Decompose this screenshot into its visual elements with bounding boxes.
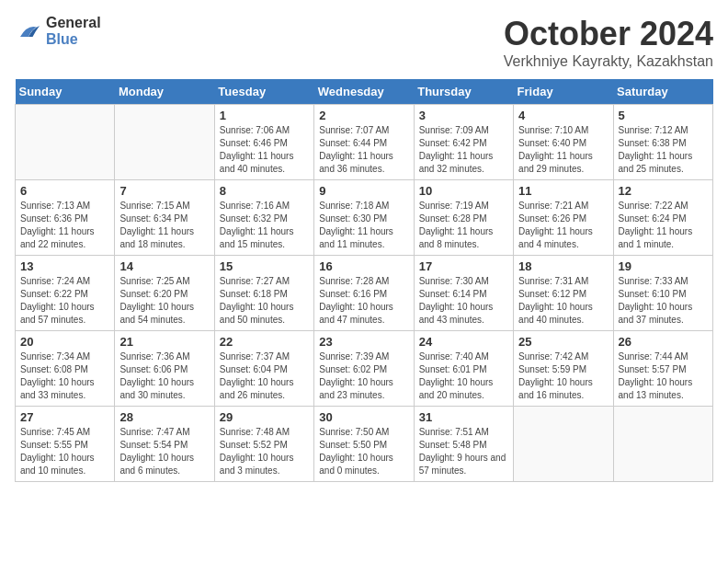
day-cell: 15Sunrise: 7:27 AMSunset: 6:18 PMDayligh… — [214, 256, 313, 331]
day-number: 1 — [220, 109, 309, 122]
day-cell: 21Sunrise: 7:36 AMSunset: 6:06 PMDayligh… — [115, 331, 214, 407]
day-cell: 1Sunrise: 7:06 AMSunset: 6:46 PMDaylight… — [214, 105, 313, 180]
day-info: Sunrise: 7:47 AMSunset: 5:54 PMDaylight:… — [119, 427, 194, 476]
day-info: Sunrise: 7:12 AMSunset: 6:38 PMDaylight:… — [619, 125, 693, 174]
week-row-4: 20Sunrise: 7:34 AMSunset: 6:08 PMDayligh… — [16, 331, 713, 407]
day-info: Sunrise: 7:16 AMSunset: 6:32 PMDaylight:… — [220, 201, 294, 249]
day-info: Sunrise: 7:18 AMSunset: 6:30 PMDaylight:… — [319, 201, 393, 249]
day-info: Sunrise: 7:33 AMSunset: 6:10 PMDaylight:… — [619, 276, 693, 325]
day-cell: 25Sunrise: 7:42 AMSunset: 5:59 PMDayligh… — [514, 331, 613, 407]
day-cell: 11Sunrise: 7:21 AMSunset: 6:26 PMDayligh… — [514, 180, 613, 256]
header: General Blue October 2024 Verkhniye Kayr… — [15, 15, 713, 70]
day-cell: 16Sunrise: 7:28 AMSunset: 6:16 PMDayligh… — [314, 256, 414, 331]
day-cell: 24Sunrise: 7:40 AMSunset: 6:01 PMDayligh… — [414, 331, 513, 407]
day-number: 3 — [419, 109, 508, 122]
day-number: 2 — [319, 109, 408, 122]
logo-icon — [15, 17, 42, 45]
logo: General Blue — [15, 15, 101, 48]
day-cell: 5Sunrise: 7:12 AMSunset: 6:38 PMDaylight… — [613, 105, 712, 180]
day-number: 14 — [119, 259, 209, 273]
day-cell: 30Sunrise: 7:50 AMSunset: 5:50 PMDayligh… — [314, 407, 414, 482]
day-info: Sunrise: 7:50 AMSunset: 5:50 PMDaylight:… — [319, 427, 393, 476]
day-cell: 26Sunrise: 7:44 AMSunset: 5:57 PMDayligh… — [613, 331, 712, 407]
day-info: Sunrise: 7:10 AMSunset: 6:40 PMDaylight:… — [518, 125, 593, 174]
day-info: Sunrise: 7:45 AMSunset: 5:55 PMDaylight:… — [20, 427, 95, 476]
day-number: 23 — [319, 335, 408, 349]
day-cell: 3Sunrise: 7:09 AMSunset: 6:42 PMDaylight… — [414, 105, 513, 180]
week-row-1: 1Sunrise: 7:06 AMSunset: 6:46 PMDaylight… — [16, 105, 713, 180]
day-number: 25 — [518, 335, 608, 349]
day-info: Sunrise: 7:48 AMSunset: 5:52 PMDaylight:… — [220, 427, 294, 476]
day-number: 15 — [220, 259, 309, 273]
column-header-thursday: Thursday — [414, 79, 513, 105]
day-number: 12 — [619, 184, 708, 198]
day-number: 31 — [419, 410, 508, 424]
day-info: Sunrise: 7:21 AMSunset: 6:26 PMDaylight:… — [518, 201, 593, 249]
logo-text: General Blue — [46, 15, 101, 48]
day-cell: 12Sunrise: 7:22 AMSunset: 6:24 PMDayligh… — [613, 180, 712, 256]
day-info: Sunrise: 7:34 AMSunset: 6:08 PMDaylight:… — [20, 351, 95, 400]
day-info: Sunrise: 7:06 AMSunset: 6:46 PMDaylight:… — [220, 125, 294, 174]
day-cell: 20Sunrise: 7:34 AMSunset: 6:08 PMDayligh… — [16, 331, 115, 407]
day-cell: 29Sunrise: 7:48 AMSunset: 5:52 PMDayligh… — [214, 407, 313, 482]
week-row-5: 27Sunrise: 7:45 AMSunset: 5:55 PMDayligh… — [16, 407, 713, 482]
day-cell — [514, 407, 613, 482]
day-cell: 19Sunrise: 7:33 AMSunset: 6:10 PMDayligh… — [613, 256, 712, 331]
column-header-saturday: Saturday — [613, 79, 712, 105]
day-number: 20 — [20, 335, 109, 349]
day-number: 10 — [419, 184, 508, 198]
day-info: Sunrise: 7:37 AMSunset: 6:04 PMDaylight:… — [220, 351, 294, 400]
day-info: Sunrise: 7:30 AMSunset: 6:14 PMDaylight:… — [419, 276, 494, 325]
day-number: 30 — [319, 410, 408, 424]
day-number: 5 — [619, 109, 708, 122]
day-info: Sunrise: 7:51 AMSunset: 5:48 PMDaylight:… — [419, 427, 506, 476]
day-cell: 8Sunrise: 7:16 AMSunset: 6:32 PMDaylight… — [214, 180, 313, 256]
day-number: 18 — [518, 259, 608, 273]
day-cell: 4Sunrise: 7:10 AMSunset: 6:40 PMDaylight… — [514, 105, 613, 180]
column-header-sunday: Sunday — [16, 79, 115, 105]
column-header-tuesday: Tuesday — [214, 79, 313, 105]
day-info: Sunrise: 7:07 AMSunset: 6:44 PMDaylight:… — [319, 125, 393, 174]
day-number: 24 — [419, 335, 508, 349]
header-row: SundayMondayTuesdayWednesdayThursdayFrid… — [16, 79, 713, 105]
day-cell: 10Sunrise: 7:19 AMSunset: 6:28 PMDayligh… — [414, 180, 513, 256]
day-info: Sunrise: 7:42 AMSunset: 5:59 PMDaylight:… — [518, 351, 593, 400]
day-info: Sunrise: 7:36 AMSunset: 6:06 PMDaylight:… — [119, 351, 194, 400]
day-cell: 17Sunrise: 7:30 AMSunset: 6:14 PMDayligh… — [414, 256, 513, 331]
day-info: Sunrise: 7:40 AMSunset: 6:01 PMDaylight:… — [419, 351, 494, 400]
day-cell: 27Sunrise: 7:45 AMSunset: 5:55 PMDayligh… — [16, 407, 115, 482]
day-number: 28 — [119, 410, 209, 424]
day-info: Sunrise: 7:27 AMSunset: 6:18 PMDaylight:… — [220, 276, 294, 325]
day-number: 27 — [20, 410, 109, 424]
day-info: Sunrise: 7:39 AMSunset: 6:02 PMDaylight:… — [319, 351, 393, 400]
day-cell: 9Sunrise: 7:18 AMSunset: 6:30 PMDaylight… — [314, 180, 414, 256]
day-info: Sunrise: 7:31 AMSunset: 6:12 PMDaylight:… — [518, 276, 593, 325]
week-row-3: 13Sunrise: 7:24 AMSunset: 6:22 PMDayligh… — [16, 256, 713, 331]
day-cell: 22Sunrise: 7:37 AMSunset: 6:04 PMDayligh… — [214, 331, 313, 407]
day-number: 6 — [20, 184, 109, 198]
day-info: Sunrise: 7:28 AMSunset: 6:16 PMDaylight:… — [319, 276, 393, 325]
day-cell: 23Sunrise: 7:39 AMSunset: 6:02 PMDayligh… — [314, 331, 414, 407]
title-area: October 2024 Verkhniye Kayrakty, Kazakhs… — [504, 15, 713, 70]
day-number: 21 — [119, 335, 209, 349]
day-info: Sunrise: 7:44 AMSunset: 5:57 PMDaylight:… — [619, 351, 693, 400]
day-number: 16 — [319, 259, 408, 273]
day-number: 9 — [319, 184, 408, 198]
day-cell: 13Sunrise: 7:24 AMSunset: 6:22 PMDayligh… — [16, 256, 115, 331]
day-info: Sunrise: 7:13 AMSunset: 6:36 PMDaylight:… — [20, 201, 95, 249]
day-info: Sunrise: 7:19 AMSunset: 6:28 PMDaylight:… — [419, 201, 494, 249]
day-number: 19 — [619, 259, 708, 273]
column-header-monday: Monday — [115, 79, 214, 105]
day-cell: 7Sunrise: 7:15 AMSunset: 6:34 PMDaylight… — [115, 180, 214, 256]
day-cell: 28Sunrise: 7:47 AMSunset: 5:54 PMDayligh… — [115, 407, 214, 482]
location-title: Verkhniye Kayrakty, Kazakhstan — [504, 53, 713, 70]
column-header-friday: Friday — [514, 79, 613, 105]
day-number: 4 — [518, 109, 608, 122]
day-cell: 2Sunrise: 7:07 AMSunset: 6:44 PMDaylight… — [314, 105, 414, 180]
month-title: October 2024 — [504, 15, 713, 53]
column-header-wednesday: Wednesday — [314, 79, 414, 105]
day-number: 13 — [20, 259, 109, 273]
day-number: 8 — [220, 184, 309, 198]
day-number: 26 — [619, 335, 708, 349]
calendar-table: SundayMondayTuesdayWednesdayThursdayFrid… — [15, 79, 713, 482]
